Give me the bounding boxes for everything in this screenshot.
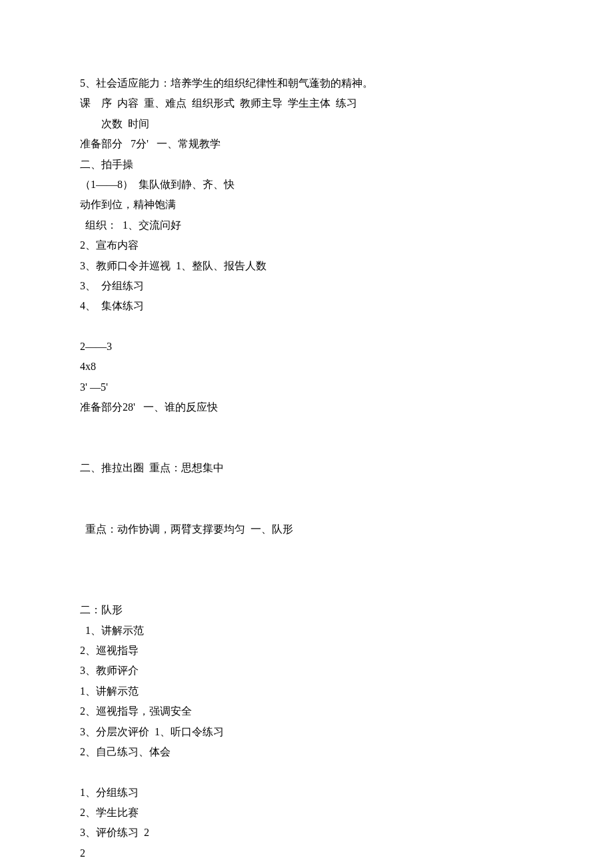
text-line: 次数 时间 <box>80 114 533 134</box>
text-line: 3、 分组练习 <box>80 276 533 296</box>
text-line <box>80 762 533 782</box>
text-line: 准备部分28' 一、谁的反应快 <box>80 397 533 417</box>
text-line: 2 <box>80 843 533 863</box>
text-line <box>80 499 533 519</box>
text-line: 2、巡视指导，强调安全 <box>80 701 533 721</box>
text-line: 2——3 <box>80 337 533 357</box>
text-line <box>80 438 533 458</box>
text-line: 3、评价练习 2 <box>80 823 533 843</box>
text-line: 二、推拉出圈 重点：思想集中 <box>80 458 533 478</box>
text-line: 3、教师口令并巡视 1、整队、报告人数 <box>80 256 533 276</box>
text-line: 2、宣布内容 <box>80 235 533 255</box>
text-line: 重点：动作协调，两臂支撑要均匀 一、队形 <box>80 519 533 539</box>
text-line: 3、教师评介 <box>80 661 533 681</box>
text-line <box>80 539 533 559</box>
text-line <box>80 418 533 438</box>
text-line <box>80 317 533 337</box>
text-line: 2、自己练习、体会 <box>80 742 533 762</box>
text-line: 1、讲解示范 <box>80 621 533 641</box>
text-line: 4、 集体练习 <box>80 296 533 316</box>
text-line <box>80 559 533 579</box>
text-line <box>80 863 533 868</box>
text-line: 1、分组练习 <box>80 783 533 803</box>
text-line: 二、拍手操 <box>80 155 533 175</box>
text-line: 3、分层次评价 1、听口令练习 <box>80 722 533 742</box>
text-line: 2、巡视指导 <box>80 641 533 661</box>
text-line: 4x8 <box>80 357 533 377</box>
text-line: 组织： 1、交流问好 <box>80 215 533 235</box>
text-line: 二：队形 <box>80 600 533 620</box>
text-line: 2、学生比赛 <box>80 803 533 823</box>
text-line: 1、讲解示范 <box>80 681 533 701</box>
text-line: 准备部分 7分' 一、常规教学 <box>80 134 533 154</box>
text-line: 课 序 内容 重、难点 组织形式 教师主导 学生主体 练习 <box>80 93 533 113</box>
text-line <box>80 479 533 499</box>
text-line <box>80 580 533 600</box>
document-page: 5、社会适应能力：培养学生的组织纪律性和朝气蓬勃的精神。 课 序 内容 重、难点… <box>0 0 613 868</box>
text-line: 动作到位，精神饱满 <box>80 195 533 215</box>
text-line: （1——8） 集队做到静、齐、快 <box>80 175 533 195</box>
text-line: 5、社会适应能力：培养学生的组织纪律性和朝气蓬勃的精神。 <box>80 73 533 93</box>
text-line: 3' —5' <box>80 377 533 397</box>
